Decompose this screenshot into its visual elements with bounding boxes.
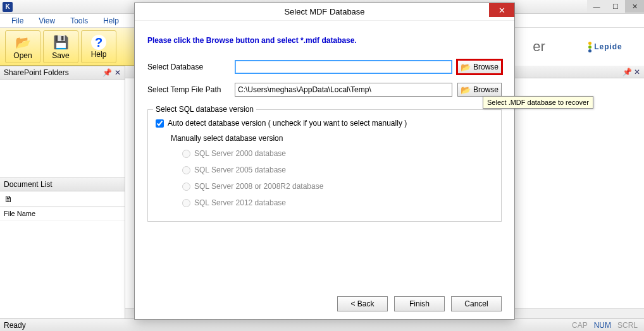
finish-button[interactable]: Finish: [394, 296, 445, 311]
document-icon: 🗎: [0, 191, 125, 207]
auto-detect-label: Auto detect database version ( uncheck i…: [168, 119, 407, 128]
radio-sql2012-label: SQL Server 2012 database: [194, 198, 286, 207]
close-button[interactable]: ✕: [625, 0, 644, 13]
browse-tooltip: Select .MDF database to recover: [483, 96, 593, 109]
dialog-title: Select MDF Database: [284, 7, 364, 16]
open-icon: 📂: [14, 33, 32, 51]
radio-sql2012-input[interactable]: [182, 199, 190, 207]
radio-sql2000-label: SQL Server 2000 database: [194, 149, 286, 158]
save-button[interactable]: 💾 Save: [43, 30, 78, 63]
num-indicator: NUM: [591, 321, 614, 330]
pin-icon[interactable]: 📌 ✕: [622, 68, 640, 76]
help-label: Help: [91, 50, 107, 59]
dialog-titlebar: Select MDF Database ✕: [135, 3, 514, 21]
menu-help[interactable]: Help: [97, 15, 125, 27]
open-label: Open: [13, 51, 32, 60]
save-icon: 💾: [52, 33, 70, 51]
dialog-instruction: Please click the Browse button and selec…: [147, 36, 502, 45]
doclist-body: [0, 220, 125, 318]
statusbar: Ready CAP NUM SCRL: [0, 318, 644, 331]
radio-sql2005-input[interactable]: [182, 166, 190, 174]
close-pane-icon[interactable]: ✕: [115, 68, 121, 77]
select-mdf-dialog: Select MDF Database ✕ Please click the B…: [134, 3, 515, 320]
dialog-body: Please click the Browse button and selec…: [135, 21, 514, 229]
maximize-button[interactable]: ☐: [606, 0, 625, 13]
back-button[interactable]: < Back: [337, 296, 388, 311]
folders-pane-controls: 📌 ✕: [102, 68, 121, 77]
filename-column-header[interactable]: File Name: [0, 207, 125, 220]
folder-icon: 📂: [461, 85, 471, 95]
folders-title: SharePoint Folders: [4, 68, 69, 77]
sql-version-group: Select SQL database version Auto detect …: [147, 109, 502, 222]
browse-label: Browse: [473, 85, 498, 94]
brand-area: er Lepide: [511, 28, 644, 66]
cap-indicator: CAP: [569, 321, 590, 330]
radio-sql2008: SQL Server 2008 or 2008R2 database: [182, 182, 493, 191]
auto-detect-row: Auto detect database version ( uncheck i…: [156, 119, 493, 128]
radio-sql2005-label: SQL Server 2005 database: [194, 166, 286, 174]
help-icon: ?: [91, 35, 106, 50]
pin-icon[interactable]: 📌: [102, 68, 112, 77]
radio-sql2008-label: SQL Server 2008 or 2008R2 database: [194, 182, 323, 191]
select-temp-label: Select Temp File Path: [147, 85, 230, 94]
doclist-pane-header: Document List: [0, 178, 125, 191]
brand-suffix: er: [533, 39, 545, 55]
sql-version-group-title: Select SQL database version: [153, 105, 256, 114]
status-text: Ready: [4, 321, 26, 330]
browse-temp-button[interactable]: 📂 Browse: [457, 83, 502, 97]
folders-pane-body: [0, 80, 125, 178]
manual-select-label: Manually select database version: [171, 134, 493, 143]
select-database-label: Select Database: [147, 63, 230, 71]
radio-sql2012: SQL Server 2012 database: [182, 198, 493, 207]
folders-pane-header: SharePoint Folders 📌 ✕: [0, 66, 125, 80]
browse-label: Browse: [473, 63, 498, 71]
radio-sql2008-input[interactable]: [182, 183, 190, 191]
brand-dots-icon: [588, 42, 591, 52]
select-database-row: Select Database 📂 Browse: [147, 60, 502, 74]
radio-sql2005: SQL Server 2005 database: [182, 166, 493, 174]
cancel-button[interactable]: Cancel: [451, 296, 502, 311]
auto-detect-checkbox[interactable]: [156, 119, 164, 128]
save-label: Save: [52, 51, 69, 60]
radio-sql2000: SQL Server 2000 database: [182, 149, 493, 158]
open-button[interactable]: 📂 Open: [5, 30, 40, 63]
brand-name: Lepide: [594, 42, 622, 51]
scrl-indicator: SCRL: [615, 321, 640, 330]
folder-icon: 📂: [461, 63, 471, 72]
app-icon: K: [3, 2, 13, 12]
radio-sql2000-input[interactable]: [182, 150, 190, 158]
menu-view[interactable]: View: [32, 15, 61, 27]
minimize-button[interactable]: —: [587, 0, 606, 13]
browse-database-button[interactable]: 📂 Browse: [457, 60, 502, 74]
sidebar: SharePoint Folders 📌 ✕ Document List 🗎 F…: [0, 66, 125, 318]
select-temp-input[interactable]: [235, 83, 452, 97]
menu-file[interactable]: File: [5, 15, 30, 27]
window-controls: — ☐ ✕: [587, 0, 644, 13]
dialog-close-button[interactable]: ✕: [489, 3, 514, 17]
menu-tools[interactable]: Tools: [64, 15, 94, 27]
keyboard-status: CAP NUM SCRL: [569, 321, 640, 330]
doclist-title: Document List: [4, 180, 53, 189]
select-temp-row: Select Temp File Path 📂 Browse: [147, 83, 502, 97]
help-button[interactable]: ? Help: [81, 30, 116, 63]
dialog-buttons: < Back Finish Cancel: [337, 296, 502, 311]
select-database-input[interactable]: [235, 60, 452, 74]
brand-logo: Lepide: [588, 42, 622, 52]
